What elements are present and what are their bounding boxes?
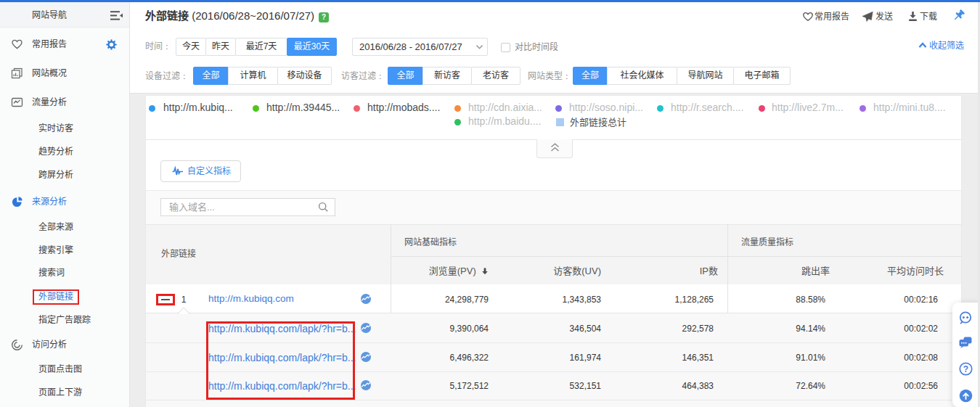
svg-text:?: ?	[963, 364, 968, 374]
